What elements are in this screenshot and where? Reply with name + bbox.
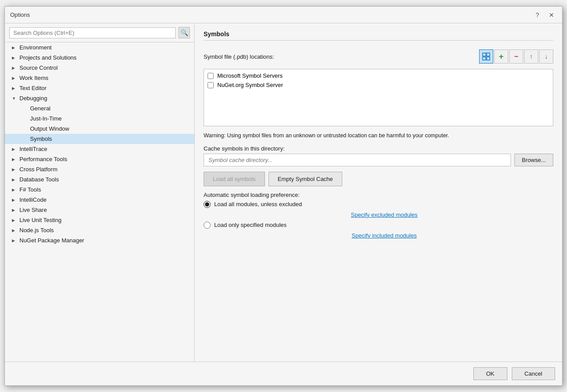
tree-item-general[interactable]: General [5,103,194,113]
svg-rect-1 [487,53,490,56]
tree-arrow-live-share: ▶ [12,208,17,212]
specify-excluded-link[interactable]: Specify excluded modules [215,211,553,219]
tree-item-intellicode[interactable]: ▶IntelliCode [5,195,194,205]
tree-label-nuget: NuGet Package Manager [19,237,84,244]
titlebar-controls: ? ✕ [532,10,557,20]
tree-label-database-tools: Database Tools [19,176,59,183]
tree-label-performance-tools: Performance Tools [19,156,67,162]
svg-rect-2 [483,57,486,60]
cache-label: Cache symbols in this directory: [204,145,553,152]
load-icon [482,53,490,60]
plus-icon: + [499,52,504,61]
specify-included-link[interactable]: Specify included modules [215,231,553,240]
move-up-button[interactable]: ↑ [524,49,538,64]
location-label-ms-symbol-servers: Microsoft Symbol Servers [217,72,283,79]
tree-label-fsharp-tools: F# Tools [19,186,41,193]
tree-label-output-window: Output Window [30,125,69,132]
tree-label-symbols: Symbols [30,136,52,142]
auto-load-label: Automatic symbol loading preference: [204,192,553,198]
tree-label-live-unit: Live Unit Testing [19,217,61,223]
tree-arrow-debugging: ▼ [12,96,17,101]
cancel-button[interactable]: Cancel [512,367,555,380]
tree-arrow-fsharp-tools: ▶ [12,188,17,192]
svg-rect-3 [487,57,490,60]
svg-rect-0 [483,53,486,56]
locations-list: Microsoft Symbol ServersNuGet.org Symbol… [204,69,553,126]
tree-label-intellicode: IntelliCode [19,196,46,203]
tree-item-text-editor[interactable]: ▶Text Editor [5,83,194,93]
tree-arrow-environment: ▶ [12,45,17,50]
left-panel: 🔍 ▶Environment▶Projects and Solutions▶So… [5,23,195,362]
dialog-title: Options [10,11,30,18]
tree-arrow-database-tools: ▶ [12,177,17,182]
tree-item-performance-tools[interactable]: ▶Performance Tools [5,154,194,164]
browse-button[interactable]: Browse... [514,154,553,166]
load-icon-button[interactable] [479,49,493,64]
location-item-ms-symbol-servers[interactable]: Microsoft Symbol Servers [204,71,553,80]
add-button[interactable]: + [494,49,508,64]
up-arrow-icon: ↑ [530,53,533,60]
tree-item-projects-solutions[interactable]: ▶Projects and Solutions [5,53,194,63]
help-button[interactable]: ? [532,10,543,20]
radio-group: Load all modules, unless excluded Specif… [204,201,553,240]
remove-button[interactable]: − [509,49,523,64]
dialog-body: 🔍 ▶Environment▶Projects and Solutions▶So… [5,23,562,362]
radio-load-specified-input[interactable] [204,222,211,229]
location-item-nuget-symbol-server[interactable]: NuGet.org Symbol Server [204,80,553,90]
tree-label-intellitrace: IntelliTrace [19,146,47,152]
radio-load-all: Load all modules, unless excluded [204,201,553,208]
load-all-symbols-button[interactable]: Load all symbols [204,172,265,186]
close-button[interactable]: ✕ [546,10,557,20]
tree-arrow-nuget: ▶ [12,238,17,243]
auto-load-section: Automatic symbol loading preference: Loa… [204,192,553,240]
tree-label-cross-platform: Cross Platform [19,166,57,173]
ok-button[interactable]: OK [473,367,507,380]
radio-load-specified: Load only specified modules [204,222,553,229]
tree-item-live-unit[interactable]: ▶Live Unit Testing [5,215,194,225]
empty-symbol-cache-button[interactable]: Empty Symbol Cache [268,172,342,186]
tree-label-environment: Environment [19,44,52,51]
tree-item-source-control[interactable]: ▶Source Control [5,63,194,73]
tree-item-nuget[interactable]: ▶NuGet Package Manager [5,235,194,245]
cache-row: Browse... [204,154,553,166]
tree-item-work-items[interactable]: ▶Work Items [5,73,194,83]
tree-arrow-text-editor: ▶ [12,86,17,90]
tree-label-live-share: Live Share [19,207,47,213]
tree-item-intellitrace[interactable]: ▶IntelliTrace [5,144,194,154]
tree-item-symbols[interactable]: Symbols [5,134,194,144]
titlebar: Options ? ✕ [5,7,562,23]
tree-item-database-tools[interactable]: ▶Database Tools [5,174,194,185]
tree-item-live-share[interactable]: ▶Live Share [5,205,194,215]
tree-item-cross-platform[interactable]: ▶Cross Platform [5,164,194,174]
section-title: Symbols [204,30,553,41]
location-checkbox-nuget-symbol-server[interactable] [208,82,214,88]
search-input[interactable] [9,27,176,38]
location-checkbox-ms-symbol-servers[interactable] [208,73,214,79]
radio-load-all-input[interactable] [204,201,211,208]
tree-label-just-in-time: Just-In-Time [30,115,62,122]
cache-directory-input[interactable] [204,154,511,166]
tree-item-just-in-time[interactable]: Just-In-Time [5,113,194,124]
tree-arrow-performance-tools: ▶ [12,157,17,162]
tree-item-debugging[interactable]: ▼Debugging [5,93,194,103]
locations-header: Symbol file (.pdb) locations: + [204,49,553,64]
tree-item-environment[interactable]: ▶Environment [5,42,194,53]
move-down-button[interactable]: ↓ [539,49,553,64]
right-panel: Symbols Symbol file (.pdb) locations: [195,23,562,362]
tree-item-output-window[interactable]: Output Window [5,124,194,134]
search-button[interactable]: 🔍 [178,27,190,38]
tree-item-fsharp-tools[interactable]: ▶F# Tools [5,185,194,195]
search-box: 🔍 [5,23,194,42]
cache-section: Cache symbols in this directory: Browse.… [204,145,553,166]
tree-arrow-intellicode: ▶ [12,198,17,202]
tree-arrow-projects-solutions: ▶ [12,56,17,60]
tree-item-nodejs-tools[interactable]: ▶Node.js Tools [5,225,194,235]
tree-arrow-live-unit: ▶ [12,218,17,222]
radio-load-specified-label: Load only specified modules [214,222,287,228]
action-buttons: Load all symbols Empty Symbol Cache [204,172,553,186]
tree-label-projects-solutions: Projects and Solutions [19,54,76,61]
tree-arrow-source-control: ▶ [12,66,17,70]
tree-arrow-intellitrace: ▶ [12,147,17,151]
tree-label-work-items: Work Items [19,75,49,81]
toolbar-buttons: + − ↑ ↓ [479,49,553,64]
